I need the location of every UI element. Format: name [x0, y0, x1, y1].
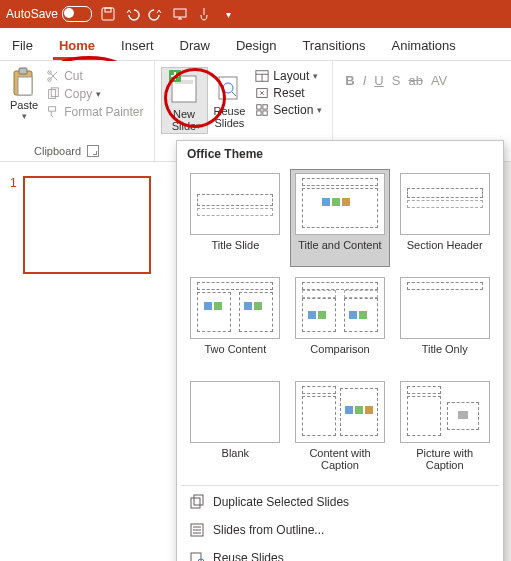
char-spacing-button[interactable]: AV	[431, 73, 447, 88]
underline-button[interactable]: U	[374, 73, 383, 88]
reuse-icon	[189, 550, 205, 561]
layout-blank[interactable]: Blank	[185, 377, 286, 475]
slides-from-outline-item[interactable]: Slides from Outline...	[177, 516, 503, 544]
new-slide-dropdown: Office Theme Title Slide Title and Conte…	[176, 140, 504, 561]
reuse-label: RReuse Slideseuse Slides	[213, 551, 284, 561]
new-slide-label: New Slide	[172, 108, 196, 132]
section-icon	[255, 103, 269, 117]
tab-home[interactable]: Home	[53, 32, 101, 60]
outline-icon	[189, 522, 205, 538]
svg-rect-22	[257, 111, 261, 115]
svg-rect-14	[219, 77, 237, 99]
svg-rect-10	[49, 107, 56, 111]
cut-label: Cut	[64, 69, 83, 83]
reset-label: Reset	[273, 86, 304, 100]
format-painter-button[interactable]: Format Painter	[46, 105, 143, 119]
autosave-label: AutoSave	[6, 7, 58, 21]
copy-icon	[46, 87, 60, 101]
layout-content-caption[interactable]: Content with Caption	[290, 377, 391, 475]
scissors-icon	[46, 69, 60, 83]
svg-rect-2	[174, 9, 186, 17]
copy-button[interactable]: Copy ▾	[46, 87, 143, 101]
reuse-slides-label: Reuse Slides	[214, 105, 246, 129]
tab-draw[interactable]: Draw	[174, 32, 216, 60]
undo-icon[interactable]	[124, 6, 140, 22]
chevron-down-icon: ▾	[196, 121, 201, 131]
layout-title-slide[interactable]: Title Slide	[185, 169, 286, 267]
touch-icon[interactable]	[196, 6, 212, 22]
chevron-down-icon: ▾	[317, 105, 322, 115]
tab-animations[interactable]: Animations	[386, 32, 462, 60]
redo-icon[interactable]	[148, 6, 164, 22]
tab-file[interactable]: File	[6, 32, 39, 60]
tab-transitions[interactable]: Transitions	[296, 32, 371, 60]
reuse-slides-icon	[217, 69, 241, 105]
section-button[interactable]: Section ▾	[255, 103, 322, 117]
cut-button[interactable]: Cut	[46, 69, 143, 83]
layout-label: Layout	[273, 69, 309, 83]
tab-design[interactable]: Design	[230, 32, 282, 60]
copy-label: Copy	[64, 87, 92, 101]
reset-button[interactable]: Reset	[255, 86, 322, 100]
layout-button[interactable]: Layout ▾	[255, 69, 322, 83]
dropdown-header: Office Theme	[177, 141, 503, 165]
paste-label: Paste	[10, 99, 38, 111]
tab-insert[interactable]: Insert	[115, 32, 160, 60]
reset-icon	[255, 86, 269, 100]
svg-rect-20	[257, 105, 261, 109]
clipboard-group-label: Clipboard	[34, 143, 81, 159]
svg-rect-4	[19, 68, 27, 74]
layout-comparison[interactable]: Comparison	[290, 273, 391, 371]
layout-icon	[255, 69, 269, 83]
format-painter-label: Format Painter	[64, 105, 143, 119]
present-icon[interactable]	[172, 6, 188, 22]
layout-two-content[interactable]: Two Content	[185, 273, 286, 371]
reuse-slides-button[interactable]: Reuse Slides	[208, 67, 252, 131]
format-painter-icon	[46, 105, 60, 119]
duplicate-icon	[189, 494, 205, 510]
outline-label: Slides from Outline...	[213, 523, 324, 537]
titlebar: AutoSave ▾	[0, 0, 511, 28]
new-slide-icon	[169, 70, 199, 106]
overflow-icon[interactable]: ▾	[220, 6, 236, 22]
duplicate-label: Duplicate Selected Slides	[213, 495, 349, 509]
slide-thumbnails-pane: 1	[0, 162, 191, 561]
strike-button[interactable]: ab	[408, 73, 422, 88]
svg-rect-5	[18, 77, 32, 95]
chevron-down-icon: ▾	[313, 71, 318, 81]
save-icon[interactable]	[100, 6, 116, 22]
ribbon-tabs: File Home Insert Draw Design Transitions…	[0, 28, 511, 61]
clipboard-small-cmds: Cut Copy ▾ Format Painter	[42, 65, 147, 119]
separator	[181, 485, 499, 486]
layout-gallery: Title Slide Title and Content Section He…	[177, 165, 503, 483]
paste-button[interactable]: Paste ▾	[6, 65, 42, 123]
svg-rect-24	[191, 498, 200, 508]
svg-rect-1	[105, 8, 111, 12]
layout-title-only[interactable]: Title Only	[394, 273, 495, 371]
layout-picture-caption[interactable]: Picture with Caption	[394, 377, 495, 475]
slide-number: 1	[10, 176, 17, 274]
reuse-slides-item[interactable]: RReuse Slideseuse Slides	[177, 544, 503, 561]
shadow-button[interactable]: S	[392, 73, 401, 88]
autosave-toggle[interactable]: AutoSave	[6, 6, 92, 22]
svg-rect-25	[194, 495, 203, 505]
slides-commands: Layout ▾ Reset Section ▾	[251, 67, 326, 119]
slide-thumbnail-1[interactable]	[23, 176, 151, 274]
bold-button[interactable]: B	[345, 73, 354, 88]
chevron-down-icon: ▾	[96, 89, 101, 99]
chevron-down-icon: ▾	[22, 111, 27, 121]
new-slide-button[interactable]: New Slide ▾	[161, 67, 208, 134]
italic-button[interactable]: I	[363, 73, 367, 88]
paste-icon	[10, 67, 38, 99]
svg-rect-21	[263, 105, 267, 109]
section-label: Section	[273, 103, 313, 117]
toggle-off-icon	[62, 6, 92, 22]
svg-rect-23	[263, 111, 267, 115]
svg-rect-0	[102, 8, 114, 20]
layout-section-header[interactable]: Section Header	[394, 169, 495, 267]
layout-title-content[interactable]: Title and Content	[290, 169, 391, 267]
dialog-launcher-icon[interactable]	[87, 145, 99, 157]
group-clipboard: Paste ▾ Cut Copy ▾ Format Painter Clipbo…	[0, 61, 155, 161]
duplicate-slides-item[interactable]: Duplicate Selected Slides	[177, 488, 503, 516]
